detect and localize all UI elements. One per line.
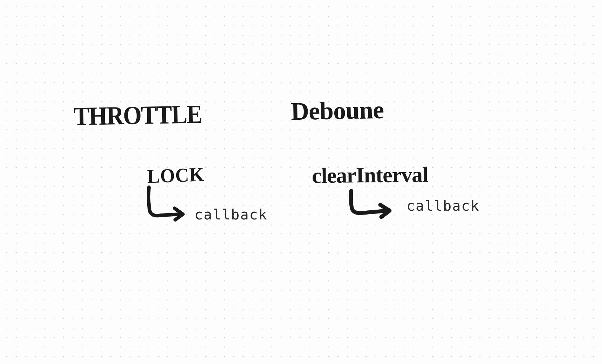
arrow-left-icon xyxy=(144,186,193,231)
debounce-title: Deboune xyxy=(290,96,384,126)
arrow-right-icon xyxy=(347,189,399,224)
debounce-concept: clearInterval xyxy=(312,162,428,188)
debounce-callback-label: callback xyxy=(406,198,480,214)
throttle-concept: LOCK xyxy=(147,163,205,188)
throttle-title: THROTTLE xyxy=(73,99,202,132)
diagram-canvas[interactable]: THROTTLE Deboune LOCK clearInterval call… xyxy=(0,0,602,364)
throttle-callback-label: callback xyxy=(194,206,268,223)
